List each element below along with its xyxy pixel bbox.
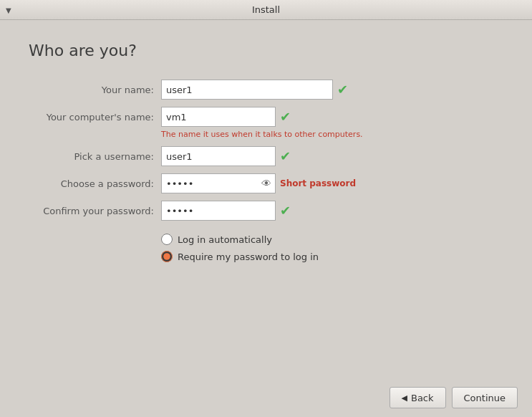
main-content: Who are you? Your name: ✔ Your computer'… <box>0 20 532 378</box>
log-in-auto-radio[interactable] <box>161 234 173 245</box>
require-password-radio[interactable] <box>161 251 173 262</box>
computer-name-row: Your computer's name: ✔ <box>29 107 503 127</box>
form-area: Your name: ✔ Your computer's name: ✔ The… <box>29 80 503 262</box>
require-password-option[interactable]: Require my password to log in <box>161 251 503 262</box>
confirm-password-label: Confirm your password: <box>29 206 161 216</box>
password-row: Choose a password: 👁 Short password <box>29 173 503 193</box>
page-title: Who are you? <box>29 42 503 59</box>
username-label: Pick a username: <box>29 151 161 162</box>
back-label: Back <box>411 393 434 403</box>
continue-label: Continue <box>464 393 506 403</box>
show-password-icon[interactable]: 👁 <box>261 178 271 189</box>
username-input[interactable] <box>161 146 276 166</box>
login-options: Log in automatically Require my password… <box>161 234 503 262</box>
password-input[interactable] <box>161 173 276 193</box>
confirm-password-checkmark: ✔ <box>280 204 291 217</box>
your-name-controls: ✔ <box>161 80 348 100</box>
username-row: Pick a username: ✔ <box>29 146 503 166</box>
continue-button[interactable]: Continue <box>452 387 518 408</box>
confirm-password-controls: ✔ <box>161 201 291 221</box>
password-label: Choose a password: <box>29 178 161 189</box>
confirm-password-row: Confirm your password: ✔ <box>29 201 503 221</box>
bottom-bar: ◀ Back Continue <box>0 378 532 417</box>
username-checkmark: ✔ <box>280 150 291 163</box>
password-input-wrap: 👁 <box>161 173 276 193</box>
computer-name-hint: The name it uses when it talks to other … <box>161 130 503 139</box>
your-name-input[interactable] <box>161 80 333 100</box>
short-password-warning: Short password <box>280 178 356 188</box>
window-title: Install <box>252 4 280 15</box>
computer-name-checkmark: ✔ <box>280 110 291 123</box>
computer-name-input[interactable] <box>161 107 276 127</box>
titlebar: ▼ Install <box>0 0 532 20</box>
require-password-label: Require my password to log in <box>178 251 319 262</box>
your-name-row: Your name: ✔ <box>29 80 503 100</box>
your-name-checkmark: ✔ <box>337 83 348 96</box>
confirm-password-input[interactable] <box>161 201 276 221</box>
password-controls: 👁 Short password <box>161 173 356 193</box>
window-menu-icon[interactable]: ▼ <box>6 6 11 14</box>
computer-name-controls: ✔ <box>161 107 291 127</box>
your-name-label: Your name: <box>29 85 161 95</box>
computer-name-label: Your computer's name: <box>29 112 161 123</box>
log-in-auto-label: Log in automatically <box>178 234 272 245</box>
username-controls: ✔ <box>161 146 291 166</box>
back-icon: ◀ <box>402 393 407 403</box>
log-in-auto-option[interactable]: Log in automatically <box>161 234 503 245</box>
back-button[interactable]: ◀ Back <box>390 387 446 408</box>
